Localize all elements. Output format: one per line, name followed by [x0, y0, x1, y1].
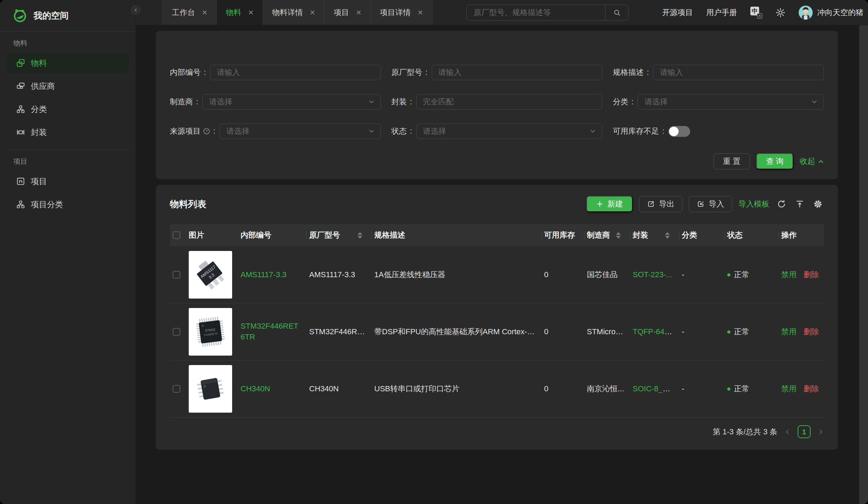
sidebar-collapse-button[interactable]	[131, 5, 140, 15]
close-icon[interactable]	[202, 10, 207, 15]
sidebar-item-materials[interactable]: 物料	[7, 53, 129, 73]
delete-action[interactable]: 删除	[804, 384, 819, 394]
manufacturer-select[interactable]: 请选择	[202, 94, 381, 110]
row-checkbox[interactable]	[173, 385, 180, 393]
select-all-checkbox[interactable]	[173, 231, 180, 239]
topbar: 工作台 物料 物料详情 项目 项目详情	[136, 0, 868, 25]
disable-action[interactable]: 禁用	[781, 384, 797, 394]
tab-materials[interactable]: 物料	[217, 0, 263, 25]
list-toolbar: 新建 导出 导入 导入模板	[586, 196, 824, 212]
category-cell: -	[679, 327, 724, 336]
disable-action[interactable]: 禁用	[781, 270, 797, 280]
part-thumbnail-sot223[interactable]: AMS1117 3.3	[189, 251, 232, 299]
stock-cell: 0	[541, 327, 584, 336]
export-button[interactable]: 导出	[639, 196, 682, 212]
workspace-header: 我的空间	[0, 0, 136, 31]
sidebar-section-projects: 项目	[13, 157, 136, 166]
sidebar-item-projects[interactable]: 项目	[7, 171, 129, 191]
col-manufacturer[interactable]: 制造商	[584, 224, 630, 246]
import-template-link[interactable]: 导入模板	[738, 199, 769, 209]
reset-button[interactable]: 重 置	[714, 153, 750, 169]
tab-bar: 工作台 物料 物料详情 项目 项目详情	[162, 0, 432, 25]
low-stock-switch[interactable]	[668, 126, 690, 137]
category-tree-icon	[16, 105, 25, 114]
field-label: 来源项目	[170, 126, 201, 136]
filter-low-stock: 可用库存不足	[613, 124, 824, 139]
user-menu[interactable]: 冲向天空的猪	[799, 6, 863, 20]
category-select[interactable]: 请选择	[638, 94, 824, 110]
field-label: 封装	[391, 97, 407, 107]
internal-id-link[interactable]: STM32F446RET6TR	[241, 322, 298, 341]
open-source-link[interactable]: 开源项目	[662, 7, 693, 18]
scrollbar[interactable]	[859, 25, 868, 504]
sidebar-section-materials: 物料	[13, 38, 136, 48]
close-icon[interactable]	[356, 10, 361, 15]
sidebar-item-label: 物料	[31, 58, 47, 69]
footprint-link[interactable]: SOIC-8_3....	[633, 384, 675, 393]
refresh-button[interactable]	[776, 198, 787, 210]
close-icon[interactable]	[418, 10, 423, 15]
internal-id-link[interactable]: CH340N	[241, 384, 270, 393]
sort-icon[interactable]	[616, 232, 621, 239]
disable-action[interactable]: 禁用	[781, 327, 797, 337]
global-search-input[interactable]	[467, 5, 605, 20]
internal-id-input[interactable]	[210, 65, 381, 80]
new-button[interactable]: 新建	[586, 196, 633, 212]
col-mpn[interactable]: 原厂型号	[306, 224, 371, 246]
search-query-button[interactable]: 查 询	[756, 153, 793, 169]
footprint-input[interactable]	[416, 94, 603, 110]
page-number-button[interactable]: 1	[798, 425, 811, 438]
spec-input[interactable]	[653, 65, 824, 80]
tab-label: 工作台	[172, 7, 195, 18]
status-select[interactable]: 请选择	[416, 124, 603, 139]
search-button[interactable]	[605, 5, 628, 20]
delete-action[interactable]: 删除	[804, 327, 819, 337]
user-name: 冲向天空的猪	[817, 7, 863, 18]
sort-icon[interactable]	[357, 232, 362, 239]
row-checkbox[interactable]	[173, 328, 180, 336]
theme-sun-icon[interactable]	[776, 8, 785, 18]
part-thumbnail-tqfp64[interactable]: STM32 F446RET6	[189, 308, 232, 356]
collapse-filters-link[interactable]: 收起	[800, 156, 824, 167]
question-circle-icon[interactable]: ?	[203, 128, 210, 135]
tab-material-detail[interactable]: 物料详情	[263, 0, 325, 25]
workspace-title: 我的空间	[34, 10, 69, 21]
user-manual-link[interactable]: 用户手册	[706, 7, 737, 18]
sidebar: 我的空间 物料 物料 供应商 分类 封装 项目 项目 项目分类	[0, 0, 136, 504]
close-icon[interactable]	[248, 10, 254, 15]
field-label: 分类	[613, 97, 628, 107]
mpn-cell: CH340N	[306, 384, 371, 393]
close-icon[interactable]	[310, 10, 315, 15]
delete-action[interactable]: 删除	[804, 270, 819, 280]
import-button[interactable]: 导入	[689, 196, 732, 212]
manufacturer-cell: 国芯佳品	[584, 270, 630, 280]
table-row: AMS1117 3.3 AMS1117-3.3 AMS1117-3.3 1A低压…	[170, 246, 824, 303]
chevron-left-icon	[784, 429, 791, 435]
next-page-button[interactable]	[818, 429, 824, 435]
footprint-link[interactable]: TQFP-64_...	[633, 327, 675, 336]
footprint-link[interactable]: SOT-223-...	[633, 270, 673, 279]
row-checkbox[interactable]	[173, 271, 180, 279]
internal-id-link[interactable]: AMS1117-3.3	[241, 270, 286, 279]
footprint-icon	[16, 128, 25, 137]
row-height-button[interactable]	[794, 198, 806, 210]
sidebar-item-project-categories[interactable]: 项目分类	[7, 194, 129, 215]
tab-label: 物料详情	[272, 7, 303, 18]
sidebar-item-suppliers[interactable]: 供应商	[7, 76, 129, 96]
prev-page-button[interactable]	[784, 429, 791, 435]
mpn-input[interactable]	[432, 65, 603, 80]
source-project-select[interactable]: 请选择	[220, 124, 381, 139]
tab-label: 项目详情	[380, 7, 411, 18]
table-settings-button[interactable]	[812, 198, 824, 210]
supplier-icon	[16, 82, 25, 91]
tab-workbench[interactable]: 工作台	[162, 0, 217, 25]
part-thumbnail-soic8[interactable]	[189, 365, 232, 413]
language-switch-icon[interactable]: 中 n	[750, 7, 762, 19]
tab-project-detail[interactable]: 项目详情	[371, 0, 432, 25]
sort-icon[interactable]	[665, 232, 670, 239]
field-label: 状态	[391, 126, 407, 136]
sidebar-item-footprints[interactable]: 封装	[7, 122, 129, 142]
sidebar-item-categories[interactable]: 分类	[7, 99, 129, 119]
col-footprint[interactable]: 封装	[630, 224, 679, 246]
tab-projects[interactable]: 项目	[325, 0, 371, 25]
